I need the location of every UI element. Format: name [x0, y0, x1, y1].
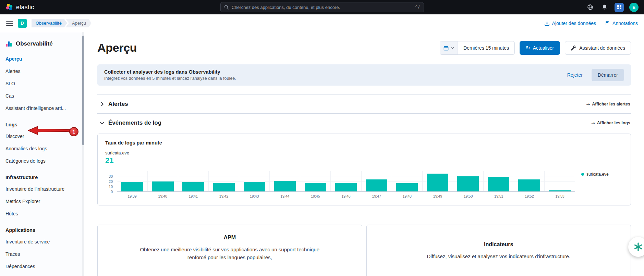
time-range-button[interactable]: Dernières 15 minutes [458, 41, 514, 54]
add-data-label: Ajouter des données [552, 21, 596, 26]
metric-series-label: suricata.eve [105, 150, 623, 155]
sidebar-item-hosts[interactable]: Hôtes [5, 210, 77, 217]
bar[interactable] [182, 182, 204, 191]
search-input[interactable] [232, 5, 413, 10]
add-data-link[interactable]: Ajouter des données [544, 21, 596, 26]
elastic-logo-icon [5, 3, 13, 11]
sidebar-item-traces[interactable]: Traces [5, 251, 77, 258]
log-events-collapse-button[interactable] [98, 119, 106, 127]
sidebar-item-apercu[interactable]: Aperçu [5, 55, 77, 62]
notifications-icon[interactable] [600, 3, 609, 12]
x-tick-label: 19:44 [270, 194, 300, 198]
alerts-section-title: Alertes [108, 101, 128, 108]
sidebar-section-logs: Logs [5, 122, 77, 127]
search-icon [224, 5, 229, 10]
calendar-icon [443, 46, 449, 51]
bar[interactable] [213, 183, 235, 191]
user-avatar[interactable]: E [629, 3, 639, 12]
bar[interactable] [488, 177, 509, 191]
bar[interactable] [549, 190, 570, 191]
bar-slot [423, 171, 453, 191]
chart-title: Taux de logs par minute [105, 140, 623, 146]
wrench-icon [571, 45, 576, 51]
sidebar-item-ai-assistant[interactable]: Assistant d'intelligence arti... [5, 105, 77, 112]
bar[interactable] [427, 174, 448, 191]
refresh-button[interactable]: ↻ Actualiser [520, 41, 560, 55]
data-assistant-button[interactable]: Assistant de données [565, 41, 631, 55]
brand-label: elastic [16, 4, 34, 11]
sidebar-scrollbar-thumb[interactable] [82, 36, 84, 145]
apm-card-text: Obtenez une meilleure visibilité sur vos… [134, 246, 326, 262]
apm-card[interactable]: APM Obtenez une meilleure visibilité sur… [97, 225, 362, 276]
y-tick-label: 10 [109, 185, 113, 189]
y-tick-label: 20 [109, 180, 113, 184]
dismiss-button[interactable]: Rejeter [567, 72, 583, 78]
quick-select-button[interactable] [440, 41, 458, 54]
annotations-link[interactable]: Annotations [605, 21, 638, 26]
sidebar-item-log-categories[interactable]: Catégories de logs [5, 158, 77, 164]
bar-slot [514, 171, 545, 191]
sidebar-item-infra-inventory[interactable]: Inventaire de l'infrastructure [5, 186, 77, 192]
apm-card-title: APM [118, 235, 341, 241]
y-tick-label: 0 [111, 190, 113, 194]
bar[interactable] [152, 181, 173, 192]
chart-legend[interactable]: suricata.eve [575, 172, 623, 177]
bars [117, 171, 575, 191]
show-logs-link[interactable]: Afficher les logs [591, 121, 630, 126]
x-tick-label: 19:39 [117, 194, 147, 198]
sidebar-item-dependencies[interactable]: Dépendances [5, 263, 77, 270]
globe-icon[interactable] [586, 3, 595, 12]
alerts-expand-button[interactable] [98, 100, 106, 108]
global-search[interactable]: ^/ [220, 2, 424, 12]
x-tick-label: 19:42 [208, 194, 239, 198]
bar[interactable] [244, 182, 265, 191]
bar[interactable] [121, 182, 143, 191]
show-alerts-link[interactable]: Afficher les alertes [586, 102, 630, 107]
breadcrumb-bar: D Observabilité Aperçu Ajouter des donné… [0, 14, 644, 32]
bar[interactable] [518, 179, 540, 191]
observability-logo-icon [5, 40, 12, 47]
elastic-brand[interactable]: elastic [5, 3, 34, 11]
sidebar-item-metrics-explorer[interactable]: Metrics Explorer [5, 198, 77, 205]
menu-icon[interactable] [6, 21, 13, 26]
bar[interactable] [366, 179, 387, 191]
x-tick-label: 19:50 [453, 194, 484, 198]
main-content: Aperçu Dernières 15 minutes ↻ Actualiser [84, 32, 644, 276]
bar[interactable] [274, 181, 296, 191]
bar[interactable] [457, 176, 479, 191]
deployment-badge[interactable]: D [18, 19, 27, 28]
bar-slot [484, 171, 514, 191]
sidebar-item-slo[interactable]: SLO [5, 80, 77, 87]
breadcrumb-overview: Aperçu [66, 19, 92, 27]
bar[interactable] [396, 183, 418, 191]
sidebar-item-log-anomalies[interactable]: Anomalies des logs [5, 145, 77, 152]
metrics-card[interactable]: Indicateurs Diffusez, visualisez et anal… [366, 225, 631, 276]
plot-area [117, 171, 575, 192]
x-tick-label: 19:40 [147, 194, 178, 198]
date-picker: Dernières 15 minutes [440, 41, 515, 55]
bar-slot [300, 171, 331, 191]
sidebar-item-cas[interactable]: Cas [5, 92, 77, 99]
start-button[interactable]: Démarrer [592, 69, 624, 81]
log-events-section-header: Événements de log Afficher les logs [97, 113, 631, 132]
header-controls: Dernières 15 minutes ↻ Actualiser Assist… [440, 41, 631, 55]
bar[interactable] [305, 183, 326, 191]
breadcrumb-observability[interactable]: Observabilité [32, 19, 67, 27]
bar[interactable] [335, 183, 357, 191]
apps-menu-button[interactable] [615, 3, 624, 12]
x-axis-labels: 19:3919:4019:4119:4219:4319:4419:4519:46… [117, 194, 575, 198]
y-tick-label: 30 [109, 175, 113, 178]
breadcrumb: Observabilité Aperçu [32, 19, 92, 27]
flag-icon [605, 21, 610, 26]
alerts-section-header: Alertes Afficher les alertes [97, 95, 631, 113]
sidebar-item-alertes[interactable]: Alertes [5, 68, 77, 75]
legend-dot [581, 173, 584, 176]
bar-slot [270, 171, 300, 191]
metrics-card-title: Indicateurs [387, 241, 610, 248]
metrics-card-text: Diffusez, visualisez et analysez vos ind… [403, 252, 595, 260]
legend-label: suricata.eve [586, 172, 609, 177]
sidebar-item-discover[interactable]: Discover [5, 133, 77, 140]
sidebar-title: Observabilité [16, 40, 53, 47]
x-tick-label: 19:53 [545, 194, 575, 198]
sidebar-item-service-inventory[interactable]: Inventaire de service [5, 238, 77, 245]
